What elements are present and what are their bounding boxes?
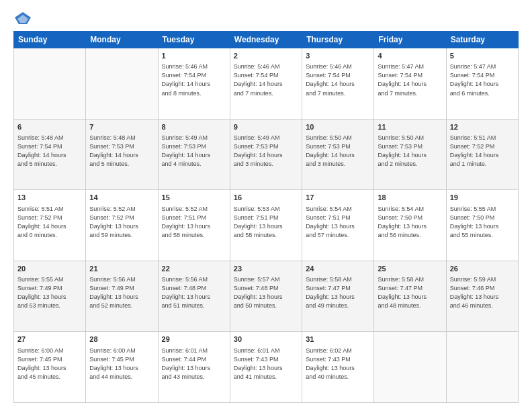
header (13, 11, 519, 26)
calendar-cell: 26Sunrise: 5:59 AM Sunset: 7:46 PM Dayli… (446, 261, 518, 332)
day-number: 21 (89, 264, 154, 274)
day-info: Sunrise: 5:47 AM Sunset: 7:54 PM Dayligh… (378, 62, 442, 97)
calendar-week-2: 6Sunrise: 5:48 AM Sunset: 7:54 PM Daylig… (14, 119, 519, 190)
calendar-week-5: 27Sunrise: 6:00 AM Sunset: 7:45 PM Dayli… (14, 332, 519, 403)
page: SundayMondayTuesdayWednesdayThursdayFrid… (0, 0, 532, 411)
day-number: 31 (306, 334, 370, 345)
calendar-cell: 17Sunrise: 5:54 AM Sunset: 7:51 PM Dayli… (302, 190, 374, 261)
calendar-cell: 7Sunrise: 5:48 AM Sunset: 7:53 PM Daylig… (86, 119, 158, 190)
weekday-header-row: SundayMondayTuesdayWednesdayThursdayFrid… (14, 32, 519, 48)
day-info: Sunrise: 6:01 AM Sunset: 7:43 PM Dayligh… (234, 347, 298, 381)
day-number: 23 (234, 264, 298, 274)
day-number: 5 (450, 51, 515, 61)
day-info: Sunrise: 6:02 AM Sunset: 7:43 PM Dayligh… (306, 347, 370, 381)
calendar-cell: 9Sunrise: 5:49 AM Sunset: 7:53 PM Daylig… (230, 119, 302, 190)
calendar-cell: 3Sunrise: 5:46 AM Sunset: 7:54 PM Daylig… (302, 48, 374, 120)
day-info: Sunrise: 5:59 AM Sunset: 7:46 PM Dayligh… (450, 275, 515, 310)
day-number: 19 (450, 193, 515, 203)
calendar-cell: 10Sunrise: 5:50 AM Sunset: 7:53 PM Dayli… (302, 119, 374, 190)
day-number: 20 (17, 264, 82, 274)
day-info: Sunrise: 5:50 AM Sunset: 7:53 PM Dayligh… (378, 134, 442, 169)
day-info: Sunrise: 5:49 AM Sunset: 7:53 PM Dayligh… (162, 134, 226, 169)
weekday-header-wednesday: Wednesday (230, 32, 302, 48)
calendar-table: SundayMondayTuesdayWednesdayThursdayFrid… (13, 31, 519, 403)
day-number: 18 (378, 193, 442, 203)
calendar-cell: 25Sunrise: 5:58 AM Sunset: 7:47 PM Dayli… (374, 261, 446, 332)
calendar-cell: 31Sunrise: 6:02 AM Sunset: 7:43 PM Dayli… (302, 332, 374, 403)
day-number: 12 (450, 122, 515, 132)
calendar-week-4: 20Sunrise: 5:55 AM Sunset: 7:49 PM Dayli… (14, 261, 519, 332)
day-number: 13 (17, 193, 82, 203)
day-info: Sunrise: 5:52 AM Sunset: 7:51 PM Dayligh… (162, 205, 226, 240)
day-info: Sunrise: 5:55 AM Sunset: 7:50 PM Dayligh… (450, 205, 515, 240)
day-info: Sunrise: 5:51 AM Sunset: 7:52 PM Dayligh… (450, 134, 515, 169)
day-info: Sunrise: 5:46 AM Sunset: 7:54 PM Dayligh… (234, 62, 298, 97)
day-number: 17 (306, 193, 370, 203)
day-number: 2 (234, 51, 298, 61)
day-number: 8 (162, 122, 226, 132)
day-number: 16 (234, 193, 298, 203)
calendar-cell: 18Sunrise: 5:54 AM Sunset: 7:50 PM Dayli… (374, 190, 446, 261)
day-info: Sunrise: 5:52 AM Sunset: 7:52 PM Dayligh… (89, 205, 154, 240)
day-number: 24 (306, 264, 370, 274)
calendar-cell: 16Sunrise: 5:53 AM Sunset: 7:51 PM Dayli… (230, 190, 302, 261)
calendar-cell: 1Sunrise: 5:46 AM Sunset: 7:54 PM Daylig… (158, 48, 230, 120)
weekday-header-saturday: Saturday (446, 32, 518, 48)
calendar-week-1: 1Sunrise: 5:46 AM Sunset: 7:54 PM Daylig… (14, 48, 519, 120)
day-number: 15 (162, 193, 226, 203)
calendar-cell: 20Sunrise: 5:55 AM Sunset: 7:49 PM Dayli… (14, 261, 86, 332)
day-number: 29 (162, 334, 226, 345)
day-number: 4 (378, 51, 442, 61)
day-number: 1 (162, 51, 226, 61)
day-number: 9 (234, 122, 298, 132)
day-info: Sunrise: 5:55 AM Sunset: 7:49 PM Dayligh… (17, 275, 82, 310)
calendar-cell: 24Sunrise: 5:58 AM Sunset: 7:47 PM Dayli… (302, 261, 374, 332)
day-info: Sunrise: 5:47 AM Sunset: 7:54 PM Dayligh… (450, 62, 515, 97)
calendar-week-3: 13Sunrise: 5:51 AM Sunset: 7:52 PM Dayli… (14, 190, 519, 261)
day-info: Sunrise: 5:46 AM Sunset: 7:54 PM Dayligh… (306, 62, 370, 97)
day-info: Sunrise: 5:56 AM Sunset: 7:48 PM Dayligh… (162, 275, 226, 310)
calendar-cell (14, 48, 86, 120)
day-info: Sunrise: 6:01 AM Sunset: 7:44 PM Dayligh… (162, 347, 226, 381)
day-info: Sunrise: 5:50 AM Sunset: 7:53 PM Dayligh… (306, 134, 370, 169)
logo (13, 11, 35, 26)
day-info: Sunrise: 5:54 AM Sunset: 7:50 PM Dayligh… (378, 205, 442, 240)
day-info: Sunrise: 5:46 AM Sunset: 7:54 PM Dayligh… (162, 62, 226, 97)
day-number: 25 (378, 264, 442, 274)
calendar-cell: 4Sunrise: 5:47 AM Sunset: 7:54 PM Daylig… (374, 48, 446, 120)
calendar-cell (374, 332, 446, 403)
day-number: 6 (17, 122, 82, 132)
weekday-header-tuesday: Tuesday (158, 32, 230, 48)
day-info: Sunrise: 5:58 AM Sunset: 7:47 PM Dayligh… (306, 275, 370, 310)
day-info: Sunrise: 5:49 AM Sunset: 7:53 PM Dayligh… (234, 134, 298, 169)
day-info: Sunrise: 6:00 AM Sunset: 7:45 PM Dayligh… (89, 347, 154, 381)
calendar-cell: 19Sunrise: 5:55 AM Sunset: 7:50 PM Dayli… (446, 190, 518, 261)
calendar-cell: 15Sunrise: 5:52 AM Sunset: 7:51 PM Dayli… (158, 190, 230, 261)
logo-icon (13, 11, 32, 26)
day-info: Sunrise: 5:54 AM Sunset: 7:51 PM Dayligh… (306, 205, 370, 240)
calendar-cell: 12Sunrise: 5:51 AM Sunset: 7:52 PM Dayli… (446, 119, 518, 190)
calendar-cell: 23Sunrise: 5:57 AM Sunset: 7:48 PM Dayli… (230, 261, 302, 332)
day-number: 30 (234, 334, 298, 345)
weekday-header-sunday: Sunday (14, 32, 86, 48)
day-info: Sunrise: 5:56 AM Sunset: 7:49 PM Dayligh… (89, 275, 154, 310)
calendar-cell: 21Sunrise: 5:56 AM Sunset: 7:49 PM Dayli… (86, 261, 158, 332)
calendar-cell: 30Sunrise: 6:01 AM Sunset: 7:43 PM Dayli… (230, 332, 302, 403)
weekday-header-monday: Monday (86, 32, 158, 48)
weekday-header-thursday: Thursday (302, 32, 374, 48)
day-number: 3 (306, 51, 370, 61)
day-number: 27 (17, 334, 82, 345)
calendar-cell: 8Sunrise: 5:49 AM Sunset: 7:53 PM Daylig… (158, 119, 230, 190)
calendar-cell: 29Sunrise: 6:01 AM Sunset: 7:44 PM Dayli… (158, 332, 230, 403)
day-number: 26 (450, 264, 515, 274)
calendar-cell: 13Sunrise: 5:51 AM Sunset: 7:52 PM Dayli… (14, 190, 86, 261)
calendar-cell: 5Sunrise: 5:47 AM Sunset: 7:54 PM Daylig… (446, 48, 518, 120)
day-info: Sunrise: 5:53 AM Sunset: 7:51 PM Dayligh… (234, 205, 298, 240)
day-number: 22 (162, 264, 226, 274)
day-number: 11 (378, 122, 442, 132)
calendar-cell (446, 332, 518, 403)
calendar-cell: 11Sunrise: 5:50 AM Sunset: 7:53 PM Dayli… (374, 119, 446, 190)
calendar-cell: 2Sunrise: 5:46 AM Sunset: 7:54 PM Daylig… (230, 48, 302, 120)
weekday-header-friday: Friday (374, 32, 446, 48)
day-info: Sunrise: 5:57 AM Sunset: 7:48 PM Dayligh… (234, 275, 298, 310)
